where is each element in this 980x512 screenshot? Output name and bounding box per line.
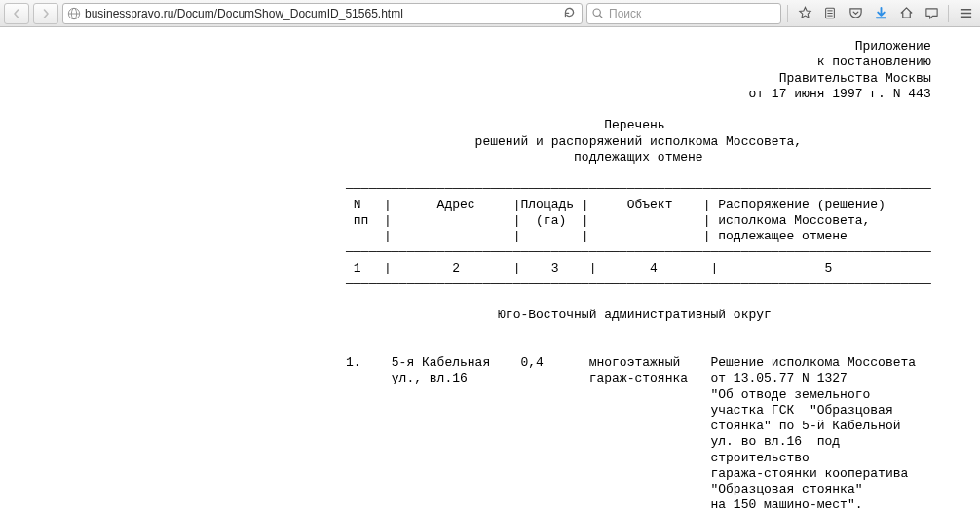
chevron-left-icon xyxy=(12,9,21,18)
reload-icon xyxy=(563,6,576,18)
reload-button[interactable] xyxy=(560,6,578,21)
bookmark-star-button[interactable] xyxy=(794,3,815,24)
pocket-button[interactable] xyxy=(845,3,866,24)
hamburger-icon xyxy=(959,6,973,20)
star-icon xyxy=(798,6,812,20)
search-icon xyxy=(591,7,605,20)
chevron-right-icon xyxy=(41,9,51,18)
document-body: Приложение к постановлению Правительства… xyxy=(0,39,980,512)
reader-button[interactable] xyxy=(819,3,841,24)
toolbar-separator xyxy=(787,5,788,22)
download-arrow-icon xyxy=(874,6,888,20)
menu-button[interactable] xyxy=(955,3,976,24)
svg-line-4 xyxy=(600,15,603,18)
search-bar[interactable]: Поиск xyxy=(586,3,781,24)
clipboard-icon xyxy=(823,6,837,20)
forward-button[interactable] xyxy=(33,3,58,24)
toolbar-separator xyxy=(948,5,949,22)
document-viewport: Приложение к постановлению Правительства… xyxy=(0,27,980,512)
home-button[interactable] xyxy=(895,3,917,24)
browser-toolbar: businesspravo.ru/Docum/DocumShow_DocumID… xyxy=(0,0,980,27)
search-placeholder: Поиск xyxy=(609,7,641,20)
home-icon xyxy=(899,6,914,20)
url-text: businesspravo.ru/Docum/DocumShow_DocumID… xyxy=(85,7,556,20)
chat-icon xyxy=(924,6,939,20)
globe-icon xyxy=(67,7,81,20)
url-bar[interactable]: businesspravo.ru/Docum/DocumShow_DocumID… xyxy=(62,3,583,24)
downloads-button[interactable] xyxy=(870,3,891,24)
pocket-icon xyxy=(848,6,863,20)
chat-button[interactable] xyxy=(921,3,942,24)
back-button[interactable] xyxy=(4,3,29,24)
